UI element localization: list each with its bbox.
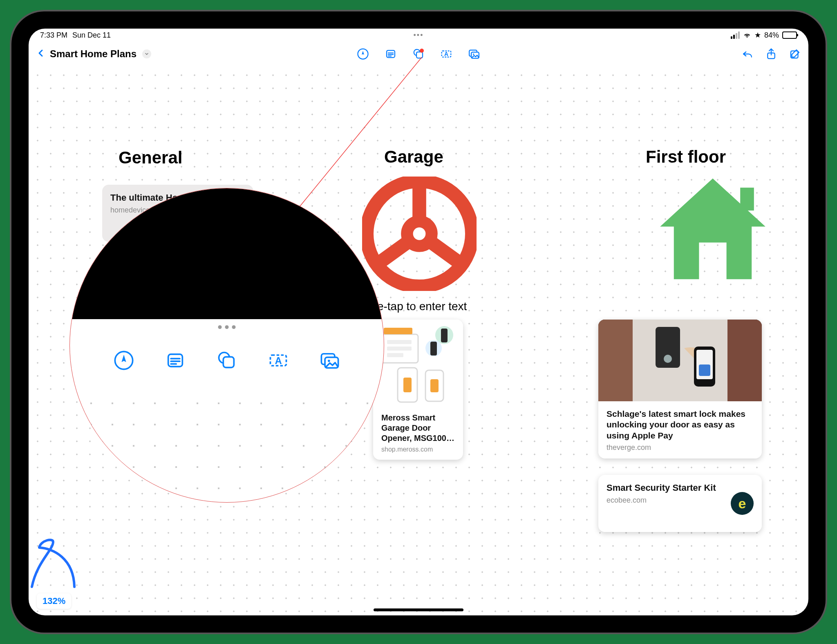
sticky-note-tool-icon[interactable] (165, 350, 186, 371)
house-shape-icon[interactable] (656, 172, 770, 286)
svg-point-16 (413, 228, 426, 240)
svg-rect-25 (441, 329, 448, 342)
svg-point-11 (473, 54, 474, 55)
section-title-general[interactable]: General (119, 148, 182, 168)
zoom-indicator[interactable]: 132% (37, 593, 71, 609)
card-title: Smart Security Starter Kit (606, 482, 718, 494)
svg-rect-6 (416, 52, 423, 58)
app-toolbar: Smart Home Plans A (29, 42, 808, 66)
link-card-schlage[interactable]: Schlage's latest smart lock makes unlock… (598, 320, 762, 458)
undo-button-icon[interactable] (741, 48, 754, 60)
magnifier-callout: A (69, 188, 384, 503)
svg-text:A: A (275, 355, 282, 366)
svg-rect-20 (384, 328, 412, 334)
svg-rect-27 (430, 342, 437, 356)
magnifier-tool-picker: A (70, 350, 384, 371)
card-title: Schlage's latest smart lock makes unlock… (606, 409, 754, 441)
svg-rect-22 (387, 347, 412, 351)
ipad-frame: 7:33 PM Sun Dec 11 ••• ★ 84% Smart Home … (11, 11, 826, 633)
status-bar: 7:33 PM Sun Dec 11 ••• ★ 84% (29, 29, 808, 42)
svg-rect-48 (223, 357, 234, 367)
card-subtitle: ecobee.com (606, 496, 718, 505)
home-indicator[interactable] (374, 608, 463, 611)
status-time: 7:33 PM (40, 31, 67, 40)
link-card-ecobee[interactable]: Smart Security Starter Kit ecobee.com e (598, 475, 762, 532)
textbox-tool-icon[interactable]: A (440, 48, 452, 60)
card-subtitle: theverge.com (606, 443, 754, 452)
ink-doodle[interactable] (29, 525, 86, 591)
svg-point-53 (328, 360, 330, 362)
compose-button-icon[interactable] (789, 48, 801, 60)
cellular-bars-icon (731, 31, 740, 39)
steering-wheel-shape-icon[interactable] (362, 177, 477, 291)
pen-tool-icon[interactable] (113, 350, 134, 371)
link-card-meross[interactable]: Meross Smart Garage Door Opener, MSG100…… (373, 320, 463, 460)
svg-point-37 (664, 355, 672, 363)
svg-rect-17 (740, 188, 754, 210)
media-tool-icon[interactable] (319, 350, 340, 371)
card-image (598, 320, 762, 401)
card-image (373, 320, 463, 405)
notification-badge-icon (420, 49, 424, 53)
document-menu-chevron-icon[interactable] (142, 49, 151, 58)
multitask-indicator-icon (218, 325, 236, 329)
textbox-tool-icon[interactable]: A (268, 350, 289, 371)
battery-text: 84% (764, 31, 779, 40)
svg-rect-40 (699, 364, 710, 376)
share-button-icon[interactable] (765, 48, 777, 60)
back-button[interactable] (36, 47, 46, 61)
svg-rect-29 (403, 378, 412, 392)
status-date: Sun Dec 11 (72, 31, 111, 40)
svg-text:A: A (444, 51, 448, 57)
shapes-tool-icon[interactable] (412, 48, 425, 60)
wifi-icon (743, 30, 751, 40)
media-tool-icon[interactable] (468, 48, 480, 60)
battery-icon (782, 31, 797, 39)
svg-rect-21 (387, 340, 412, 344)
svg-rect-33 (598, 320, 633, 401)
status-star-icon: ★ (754, 31, 761, 40)
document-title[interactable]: Smart Home Plans (50, 48, 137, 60)
shapes-tool-icon[interactable] (216, 350, 237, 371)
svg-rect-31 (430, 379, 439, 392)
section-title-first[interactable]: First floor (646, 147, 726, 167)
pen-tool-icon[interactable] (357, 48, 369, 60)
screen: 7:33 PM Sun Dec 11 ••• ★ 84% Smart Home … (29, 29, 808, 615)
card-subtitle: shop.meross.com (381, 446, 455, 453)
card-title: Meross Smart Garage Door Opener, MSG100… (381, 413, 455, 443)
section-title-garage[interactable]: Garage (384, 147, 443, 167)
svg-rect-23 (387, 353, 403, 357)
sticky-note-tool-icon[interactable] (385, 48, 397, 60)
svg-rect-43 (168, 354, 183, 367)
multitask-indicator-icon[interactable]: ••• (414, 31, 424, 40)
ecobee-logo-icon: e (731, 492, 754, 515)
svg-rect-34 (727, 320, 762, 401)
tool-picker: A (357, 48, 480, 60)
